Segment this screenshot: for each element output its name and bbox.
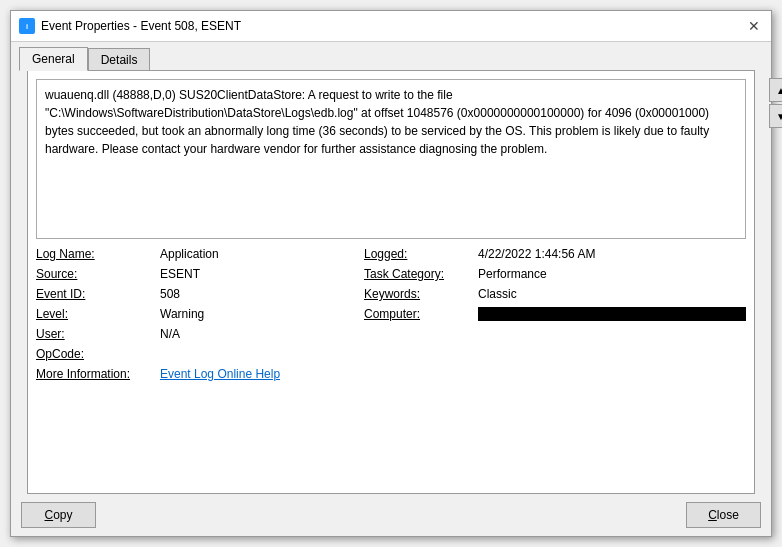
keywords-label: Keywords: [364,287,474,301]
event-message[interactable]: wuauenq.dll (48888,D,0) SUS20ClientDataS… [36,79,746,239]
tab-bar: General Details [11,42,771,70]
dialog-window: i Event Properties - Event 508, ESENT ✕ … [10,10,772,537]
logged-value: 4/22/2022 1:44:56 AM [478,247,746,261]
scroll-down-button[interactable]: ▼ [769,104,782,128]
copy-label: Copy [44,508,72,522]
source-value: ESENT [160,267,360,281]
task-category-label: Task Category: [364,267,474,281]
title-bar-left: i Event Properties - Event 508, ESENT [19,18,241,34]
copy-button[interactable]: Copy [21,502,96,528]
more-info-label: More Information: [36,367,156,381]
source-label: Source: [36,267,156,281]
computer-label: Computer: [364,307,474,321]
event-id-value: 508 [160,287,360,301]
event-icon: i [19,18,35,34]
opcode-value [160,347,360,361]
event-id-label: Event ID: [36,287,156,301]
tab-details[interactable]: Details [88,48,151,72]
log-name-value: Application [160,247,360,261]
content-area: wuauenq.dll (48888,D,0) SUS20ClientDataS… [27,70,755,494]
keywords-value: Classic [478,287,746,301]
user-label: User: [36,327,156,341]
title-bar: i Event Properties - Event 508, ESENT ✕ [11,11,771,42]
opcode-label: OpCode: [36,347,156,361]
details-grid: Log Name: Application Logged: 4/22/2022 … [36,247,746,381]
task-category-value: Performance [478,267,746,281]
tab-general[interactable]: General [19,47,88,71]
level-label: Level: [36,307,156,321]
logged-label: Logged: [364,247,474,261]
scroll-up-button[interactable]: ▲ [769,78,782,102]
footer: Copy Close [11,494,771,536]
svg-text:i: i [26,22,28,31]
level-value: Warning [160,307,360,321]
close-button[interactable]: Close [686,502,761,528]
event-log-online-help-link[interactable]: Event Log Online Help [160,367,360,381]
window-title: Event Properties - Event 508, ESENT [41,19,241,33]
computer-value [478,307,746,321]
close-window-button[interactable]: ✕ [745,17,763,35]
nav-buttons: ▲ ▼ [769,78,782,128]
user-value: N/A [160,327,360,341]
close-label: Close [708,508,739,522]
log-name-label: Log Name: [36,247,156,261]
